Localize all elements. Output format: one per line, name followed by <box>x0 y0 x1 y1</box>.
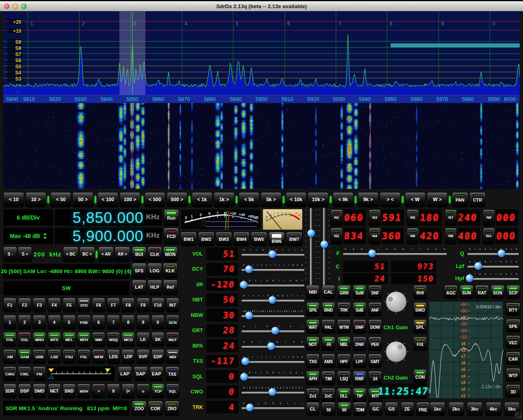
led-button-am[interactable]: AM <box>3 349 16 364</box>
button-gs[interactable]: GS <box>385 402 398 416</box>
led-button-psb[interactable]: PSB <box>77 315 90 329</box>
slider-handle[interactable] <box>246 404 254 411</box>
button-f8[interactable]: F8 <box>122 298 135 312</box>
vertical-slider-1[interactable] <box>306 207 316 286</box>
led-button-sam[interactable]: SAM <box>18 349 31 364</box>
led-button-fm[interactable]: FM <box>33 366 46 381</box>
led-button-sto[interactable]: STO <box>77 298 90 312</box>
led-button-zo1[interactable]: Zo1 <box>306 388 320 402</box>
led-button-n3[interactable]: N3 <box>369 209 381 226</box>
led-button-swf[interactable]: SWF <box>353 319 366 333</box>
led-button-hpf[interactable]: HPF <box>337 354 351 368</box>
max-db-box[interactable]: Max -48 dB <box>3 228 53 244</box>
resize-grip[interactable] <box>515 412 521 418</box>
slider-i-r[interactable] <box>241 279 304 290</box>
button-dsp[interactable]: DSP <box>18 384 31 398</box>
button-f4[interactable]: F4 <box>48 298 61 312</box>
slider-handle[interactable] <box>498 249 505 257</box>
slider-track[interactable] <box>241 285 304 287</box>
led-button-usb[interactable]: USB <box>33 349 46 364</box>
decrease-arrow-icon[interactable] <box>43 237 47 239</box>
button-snd[interactable]: SND <box>63 384 76 398</box>
button-dmd[interactable]: DMD <box>33 384 46 398</box>
button-ref[interactable]: Ref <box>163 280 178 295</box>
button-edp[interactable]: EDP <box>151 349 165 364</box>
button-6[interactable]: 6 <box>92 315 105 329</box>
slider-track[interactable] <box>241 361 304 363</box>
led-button-snf[interactable]: SNF <box>368 285 382 299</box>
button-f3[interactable]: F3 <box>33 298 46 312</box>
slider-sql[interactable] <box>241 371 304 382</box>
button-w[interactable]: W > <box>427 192 448 207</box>
led-button-pal[interactable]: PAL <box>322 319 335 333</box>
led-button-cwl[interactable]: CWL <box>18 366 31 381</box>
slider-grt[interactable] <box>241 325 304 336</box>
led-button-cor[interactable]: COR <box>148 401 163 416</box>
slider-controls-fci-f-pct[interactable] <box>343 247 447 259</box>
led-button-tip[interactable]: TIP <box>353 388 366 402</box>
slider-nbt[interactable] <box>241 294 304 305</box>
led-button-bw4[interactable]: BW4 <box>233 232 250 246</box>
button-int[interactable]: INT <box>166 298 179 312</box>
led-button-rty[interactable]: RTY <box>506 303 521 315</box>
led-button-bw7[interactable]: BW7 <box>286 232 302 246</box>
slider-track[interactable] <box>467 278 519 280</box>
led-button-ovl[interactable]: OVL <box>18 332 31 346</box>
led-button-o[interactable]: o <box>137 384 150 398</box>
button-10[interactable]: < 10 <box>3 192 24 207</box>
led-button-nbl[interactable]: NBL <box>337 337 351 350</box>
button-50[interactable]: < 50 <box>50 192 71 207</box>
vslider-handle[interactable] <box>307 229 315 237</box>
led-button-zro[interactable]: ZRO <box>165 401 179 416</box>
led-button-n1[interactable]: N1 <box>331 209 343 226</box>
led-button-fsu[interactable]: FSU <box>63 349 76 364</box>
db-per-div-box[interactable]: 6 dB/Div <box>3 209 53 226</box>
led-button-pek[interactable]: PEK <box>368 337 382 350</box>
button-500[interactable]: 500 > <box>167 192 187 207</box>
button-9k[interactable]: < 9k <box>333 192 354 207</box>
button-10k[interactable]: 10k > <box>308 192 329 207</box>
led-button-tim[interactable]: TIM <box>322 371 335 385</box>
led-button-mts[interactable]: MTS <box>48 332 61 346</box>
slider-handle[interactable] <box>268 250 276 258</box>
led-button-fsl[interactable]: FSL <box>77 349 90 364</box>
led-button-aph[interactable]: APH <box>306 371 320 385</box>
button-f9[interactable]: F9 <box>137 298 150 312</box>
increase-arrow-icon[interactable] <box>43 233 47 235</box>
led-button-min[interactable]: MIN <box>92 332 105 346</box>
vslider-track[interactable] <box>310 208 312 285</box>
button-ze[interactable]: ZE <box>401 402 414 416</box>
led-button-lsb[interactable]: LSB <box>48 349 61 364</box>
led-button-gmt[interactable]: GMT <box>368 354 382 368</box>
button-8[interactable]: 8 <box>122 315 135 329</box>
led-button-sun[interactable]: SUN <box>460 285 473 299</box>
led-button-mno[interactable]: MNO <box>33 332 46 346</box>
slider-cwo[interactable] <box>241 386 304 398</box>
led-button-wtm[interactable]: WTM <box>337 319 351 333</box>
led-button-bw2[interactable]: BW2 <box>198 232 214 246</box>
button-bc[interactable]: BC > <box>79 247 95 262</box>
slider-handle[interactable] <box>271 327 279 335</box>
led-button-bw5[interactable]: BW5 <box>251 232 267 246</box>
button-cal[interactable]: CAL <box>322 285 335 299</box>
led-button-son[interactable]: SON <box>491 285 505 299</box>
button-f2[interactable]: F2 <box>18 298 31 312</box>
button-hlp[interactable]: HLP <box>147 280 162 295</box>
led-button-n5[interactable]: N5 <box>407 209 419 226</box>
led-button-vec[interactable]: VEC <box>506 335 521 348</box>
led-button-agc[interactable]: AGC <box>444 285 458 299</box>
button-f6[interactable]: F6 <box>92 298 105 312</box>
led-button-car[interactable]: CAR <box>506 352 521 364</box>
titlebar[interactable]: SdrDx 2.13q (beta -- 2.13e available) <box>0 1 523 11</box>
led-button-grn[interactable]: GRN <box>337 285 351 299</box>
button-sk[interactable]: SK <box>151 332 165 346</box>
button-sfs[interactable]: SFS <box>132 263 147 278</box>
button-100[interactable]: < 100 <box>97 192 118 207</box>
led-button-x[interactable]: > <box>92 384 105 398</box>
led-button-spe[interactable]: SPE <box>506 319 521 332</box>
ch1-gain-knob[interactable] <box>383 289 409 314</box>
button-x[interactable]: |< <box>122 384 135 398</box>
led-button-ams[interactable]: AMS <box>322 354 335 368</box>
ch2-gain-knob[interactable] <box>383 339 409 364</box>
led-button-sdb[interactable]: SdB <box>353 302 366 316</box>
